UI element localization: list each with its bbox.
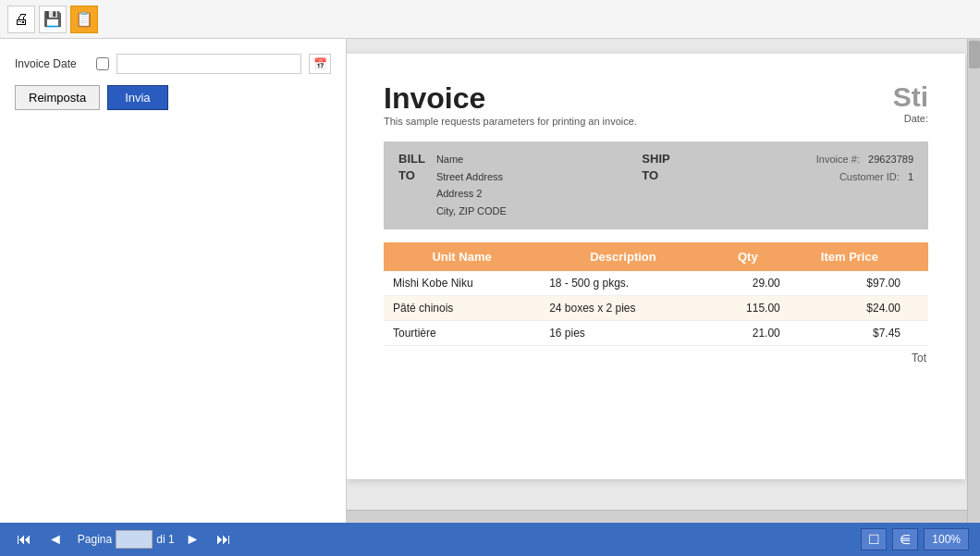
horizontal-scrollbar[interactable]	[347, 510, 967, 523]
cell-qty: 115.00	[706, 295, 790, 320]
invoice-number-label: Invoice #:	[816, 154, 860, 165]
bill-address2: Address 2	[436, 185, 507, 203]
table-row: Pâté chinois 24 boxes x 2 pies 115.00 $2…	[384, 295, 928, 320]
vertical-scrollbar[interactable]	[967, 39, 980, 523]
save-button[interactable]: 💾	[39, 6, 67, 33]
cell-description: 24 boxes x 2 pies	[540, 295, 706, 320]
invoice-number-value: 29623789	[868, 154, 913, 165]
cell-price: $7.45	[790, 320, 910, 345]
calendar-button[interactable]: 📅	[309, 54, 331, 74]
invoice-page: Invoice This sample requests parameters …	[347, 54, 965, 479]
invoice-table: Unit Name Description Qty Item Price Mis…	[384, 242, 928, 346]
table-row: Tourtière 16 pies 21.00 $7.45	[384, 320, 928, 345]
cell-extra	[910, 271, 928, 296]
cell-price: $24.00	[790, 295, 910, 320]
col-unit-name: Unit Name	[384, 242, 540, 271]
table-row: Mishi Kobe Niku 18 - 500 g pkgs. 29.00 $…	[384, 271, 928, 296]
left-panel: Invoice Date 📅 Reimposta Invia	[0, 39, 347, 523]
bill-street: Street Address	[436, 168, 507, 186]
total-label: Tot	[912, 352, 926, 364]
invoice-subtitle: This sample requests parameters for prin…	[384, 116, 637, 127]
cell-qty: 29.00	[706, 271, 790, 296]
cell-description: 18 - 500 g pkgs.	[540, 271, 706, 296]
toolbar: 🖨 💾 📋	[0, 0, 980, 39]
company-name: Sti	[893, 81, 928, 113]
cell-unit-name: Pâté chinois	[384, 295, 540, 320]
print-icon: 🖨	[14, 11, 29, 28]
clipboard-icon: 📋	[75, 10, 93, 28]
invoice-date-checkbox[interactable]	[96, 57, 109, 70]
cell-extra	[910, 320, 928, 345]
bill-name: Name	[436, 151, 507, 168]
cell-qty: 21.00	[706, 320, 790, 345]
invoice-header: Invoice This sample requests parameters …	[384, 81, 928, 129]
col-description: Description	[540, 242, 706, 271]
total-row: Tot	[384, 352, 928, 364]
print-button[interactable]: 🖨	[7, 6, 35, 33]
ship-to-box: SHIPTO	[570, 151, 742, 220]
clipboard-button[interactable]: 📋	[70, 6, 98, 33]
address-section: BILLTO Name Street Address Address 2 Cit…	[384, 142, 928, 229]
cell-extra	[910, 295, 928, 320]
bill-to-box: BILLTO Name Street Address Address 2 Cit…	[398, 151, 570, 220]
invia-button[interactable]: Invia	[107, 85, 167, 110]
customer-id-value: 1	[908, 171, 913, 182]
scrollbar-thumb[interactable]	[969, 41, 980, 68]
bill-city-zip: City, ZIP CODE	[436, 203, 507, 220]
cell-description: 16 pies	[540, 320, 706, 345]
main-layout: Invoice Date 📅 Reimposta Invia Invoice T…	[0, 39, 980, 523]
invoice-title: Invoice	[384, 81, 637, 116]
save-icon: 💾	[43, 10, 62, 28]
bill-to-label: BILLTO	[398, 151, 425, 220]
invoice-date-right: Date:	[893, 113, 928, 124]
invoice-date-input[interactable]	[116, 54, 301, 74]
cell-unit-name: Mishi Kobe Niku	[384, 271, 540, 296]
col-extra	[910, 242, 928, 271]
bill-address: Name Street Address Address 2 City, ZIP …	[436, 151, 507, 220]
cell-price: $97.00	[790, 271, 910, 296]
customer-id-label: Customer ID:	[839, 171, 900, 182]
col-qty: Qty	[706, 242, 790, 271]
cell-unit-name: Tourtière	[384, 320, 540, 345]
reimposta-button[interactable]: Reimposta	[15, 85, 100, 110]
invoice-info-box: Invoice #: 29623789 Customer ID: 1	[741, 151, 913, 220]
customer-id-row: Customer ID: 1	[741, 168, 913, 186]
ship-to-label: SHIPTO	[642, 151, 669, 220]
action-buttons: Reimposta Invia	[15, 85, 331, 110]
invoice-number-row: Invoice #: 29623789	[741, 151, 913, 168]
invoice-date-row: Invoice Date 📅	[15, 54, 331, 74]
table-header-row: Unit Name Description Qty Item Price	[384, 242, 928, 271]
invoice-preview: Invoice This sample requests parameters …	[347, 39, 980, 523]
col-item-price: Item Price	[790, 242, 910, 271]
invoice-date-label: Invoice Date	[15, 57, 89, 70]
calendar-icon: 📅	[313, 57, 327, 70]
